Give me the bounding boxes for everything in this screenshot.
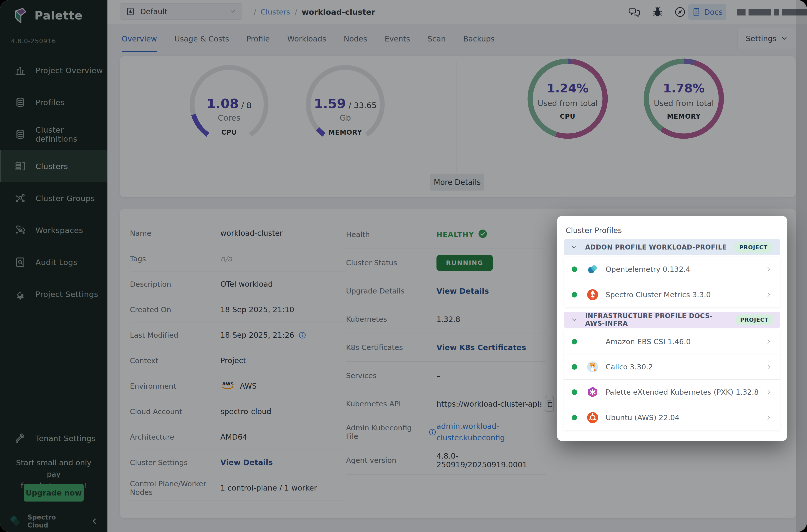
profile-rows: Amazon EBS CSI 1.46.0 Calico 3.30.2 Pale… (564, 329, 780, 430)
scope-badge: PROJECT (734, 242, 772, 253)
profile-row-label: Palette eXtended Kubernetes (PXK) 1.32.8 (606, 388, 759, 396)
profile-section-header-infrastructure-profile-docs-aws-infra[interactable]: INFRASTRUCTURE PROFILE DOCS-AWS-INFRA PR… (564, 312, 780, 328)
status-dot (571, 266, 577, 272)
profile-row-label: Amazon EBS CSI 1.46.0 (606, 338, 691, 346)
profile-rows: Opentelemetry 0.132.4 Spectro Cluster Me… (564, 257, 780, 307)
profile-section-header-addon-profile-workload-profile[interactable]: ADDON PROFILE WORKLOAD-PROFILE PROJECT (564, 239, 780, 255)
chevron-right-icon (765, 363, 772, 370)
chevron-down-icon (571, 316, 578, 323)
status-dot (571, 339, 577, 344)
chevron-right-icon (765, 266, 772, 273)
profile-row-label: Ubuntu (AWS) 22.04 (606, 413, 680, 422)
popup-sections: ADDON PROFILE WORKLOAD-PROFILE PROJECT O… (564, 239, 780, 430)
profile-row-label: Opentelemetry 0.132.4 (606, 265, 690, 273)
opentelemetry-icon (587, 263, 599, 275)
profile-row-calico-3-30-2[interactable]: Calico 3.30.2 (564, 355, 780, 380)
profile-row-label: Calico 3.30.2 (606, 363, 653, 371)
chevron-right-icon (765, 414, 772, 421)
section-title: INFRASTRUCTURE PROFILE DOCS-AWS-INFRA (585, 312, 728, 327)
status-dot (571, 364, 577, 370)
profile-row-label: Spectro Cluster Metrics 3.3.0 (606, 290, 711, 299)
profile-row-palette-extended-kubernetes-pxk-1-32-8[interactable]: Palette eXtended Kubernetes (PXK) 1.32.8 (564, 380, 780, 405)
chevron-right-icon (765, 338, 772, 345)
profile-row-opentelemetry-0-132-4[interactable]: Opentelemetry 0.132.4 (564, 257, 780, 282)
profile-row-spectro-cluster-metrics-3-3-0[interactable]: Spectro Cluster Metrics 3.3.0 (564, 282, 780, 307)
status-dot (571, 390, 577, 395)
app-window: Default / Clusters / workload-cluster Do… (0, 0, 807, 532)
section-title: ADDON PROFILE WORKLOAD-PROFILE (585, 244, 727, 251)
prometheus-icon (587, 289, 599, 301)
chevron-right-icon (765, 388, 772, 396)
chevron-down-icon (571, 244, 578, 251)
cluster-profiles-popup: Cluster Profiles ADDON PROFILE WORKLOAD-… (557, 216, 787, 441)
profile-row-ubuntu-aws-22-04[interactable]: Ubuntu (AWS) 22.04 (564, 405, 780, 430)
chevron-right-icon (765, 291, 772, 299)
ubuntu-icon (587, 412, 599, 424)
scope-badge: PROJECT (735, 315, 773, 325)
calico-icon (587, 361, 599, 373)
status-dot (571, 292, 577, 298)
status-dot (571, 415, 577, 420)
pxk-icon (587, 386, 599, 398)
aws-icon (587, 336, 599, 348)
profile-row-amazon-ebs-csi-1-46-0[interactable]: Amazon EBS CSI 1.46.0 (564, 329, 780, 355)
popup-title: Cluster Profiles (566, 226, 780, 235)
